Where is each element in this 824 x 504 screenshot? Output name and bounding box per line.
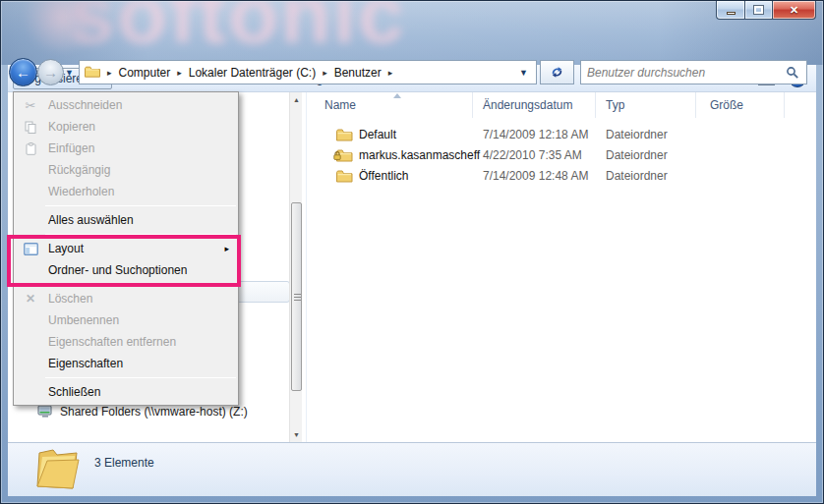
scrollbar-grip <box>294 294 301 301</box>
search-icon[interactable] <box>786 66 806 80</box>
delete-icon: ✕ <box>22 292 39 306</box>
file-rows: Default 7/14/2009 12:18 AM Dateiordner <box>307 124 816 186</box>
breadcrumb-item-drive-c[interactable]: Lokaler Datenträger (C:) <box>185 66 320 80</box>
menu-item-select-all[interactable]: Alles auswählen <box>14 209 238 231</box>
file-list-header: Name Änderungsdatum Typ Größe <box>307 92 816 118</box>
column-header-date[interactable]: Änderungsdatum <box>473 92 596 118</box>
menu-item-undo[interactable]: Rückgängig <box>14 159 238 181</box>
menu-item-redo[interactable]: Wiederholen <box>14 181 238 202</box>
caption-buttons: ✕ <box>716 1 816 20</box>
maximize-icon <box>754 6 763 14</box>
breadcrumb-separator-icon: ▸ <box>174 68 185 78</box>
back-arrow-icon: ← <box>16 65 30 80</box>
column-header-name[interactable]: Name <box>307 92 473 118</box>
menu-separator <box>45 377 236 378</box>
back-button[interactable]: ← <box>9 58 37 86</box>
table-row[interactable]: Default 7/14/2009 12:18 AM Dateiordner <box>307 124 816 144</box>
paste-icon <box>22 142 39 155</box>
annotation-highlight-box <box>7 235 241 287</box>
breadcrumb-separator-icon: ▸ <box>385 68 396 78</box>
menu-item-paste[interactable]: Einfügen <box>14 138 238 159</box>
status-item-count: 3 Elemente <box>94 456 154 470</box>
file-name: Default <box>359 128 396 141</box>
address-dropdown-icon[interactable]: ▼ <box>511 68 536 78</box>
file-date: 7/14/2009 12:48 AM <box>473 169 596 183</box>
refresh-button[interactable] <box>540 60 574 84</box>
forward-button[interactable]: → <box>37 59 64 85</box>
selected-folder-icon <box>33 447 83 496</box>
lock-icon <box>333 149 341 163</box>
file-date: 4/22/2010 7:35 AM <box>473 148 596 162</box>
menu-separator <box>45 205 236 206</box>
column-label: Größe <box>710 98 743 112</box>
close-button[interactable]: ✕ <box>772 1 816 20</box>
breadcrumb-separator-icon: ▸ <box>104 68 115 78</box>
file-type: Dateiordner <box>596 148 696 162</box>
menu-item-remove-properties[interactable]: Eigenschaften entfernen <box>14 331 238 353</box>
close-icon: ✕ <box>790 4 798 17</box>
folder-icon <box>336 128 353 141</box>
menu-item-close[interactable]: Schließen <box>14 381 238 403</box>
navpane-scrollbar[interactable]: ▲ ▼ <box>289 92 302 442</box>
file-list: Name Änderungsdatum Typ Größe <box>307 92 816 442</box>
menu-item-delete[interactable]: ✕ Löschen <box>14 288 238 309</box>
file-name: Öffentlich <box>359 169 408 183</box>
column-label: Name <box>324 98 356 112</box>
explorer-window: softonic ✕ ← → ▼ ▸ Computer ▸ Lokaler Da… <box>0 0 824 504</box>
menu-item-cut[interactable]: ✂ Ausschneiden <box>14 94 238 116</box>
address-bar[interactable]: ▸ Computer ▸ Lokaler Datenträger (C:) ▸ … <box>79 60 537 84</box>
file-type: Dateiordner <box>596 169 696 183</box>
scrollbar-thumb[interactable] <box>291 202 302 391</box>
maximize-button[interactable] <box>744 1 772 20</box>
file-type: Dateiordner <box>596 128 696 141</box>
network-drive-icon <box>37 405 53 419</box>
minimize-button[interactable] <box>716 1 744 20</box>
search-input[interactable] <box>581 63 786 83</box>
navpane-item-label: Shared Folders (\\vmware-host) (Z:) <box>60 405 248 419</box>
copy-icon <box>22 121 39 134</box>
breadcrumb-item-benutzer[interactable]: Benutzer <box>330 66 385 80</box>
sort-ascending-icon <box>393 93 401 98</box>
scroll-up-icon[interactable]: ▲ <box>290 92 303 107</box>
details-pane: 3 Elemente <box>8 442 816 496</box>
menu-item-rename[interactable]: Umbenennen <box>14 309 238 331</box>
navpane-item-shared-folders[interactable]: Shared Folders (\\vmware-host) (Z:) <box>37 405 248 419</box>
search-box <box>580 60 807 84</box>
breadcrumb-item-computer[interactable]: Computer <box>115 66 175 80</box>
file-name: markus.kasanmascheff <box>359 148 480 162</box>
column-header-size[interactable]: Größe <box>696 92 785 118</box>
minimize-icon <box>727 12 736 15</box>
column-label: Typ <box>606 98 624 112</box>
cut-icon: ✂ <box>22 98 39 113</box>
column-header-type[interactable]: Typ <box>596 92 696 118</box>
refresh-icon <box>550 65 564 80</box>
table-row[interactable]: Öffentlich 7/14/2009 12:48 AM Dateiordne… <box>307 165 816 186</box>
table-row[interactable]: markus.kasanmascheff 4/22/2010 7:35 AM D… <box>307 144 816 165</box>
menu-item-copy[interactable]: Kopieren <box>14 116 238 138</box>
file-date: 7/14/2009 12:18 AM <box>473 128 596 141</box>
folder-icon <box>336 169 353 183</box>
column-label: Änderungsdatum <box>483 98 572 112</box>
breadcrumb-separator-icon: ▸ <box>320 68 330 78</box>
navigation-row: ← → ▼ ▸ Computer ▸ Lokaler Datenträger (… <box>0 28 824 65</box>
recent-pages-chevron-icon[interactable]: ▼ <box>65 68 74 78</box>
menu-item-properties[interactable]: Eigenschaften <box>14 353 238 374</box>
breadcrumb: ▸ Computer ▸ Lokaler Datenträger (C:) ▸ … <box>104 66 395 80</box>
locked-folder-icon <box>336 148 353 162</box>
forward-arrow-icon: → <box>43 65 58 80</box>
scroll-down-icon[interactable]: ▼ <box>290 427 303 442</box>
address-folder-icon <box>85 64 100 82</box>
